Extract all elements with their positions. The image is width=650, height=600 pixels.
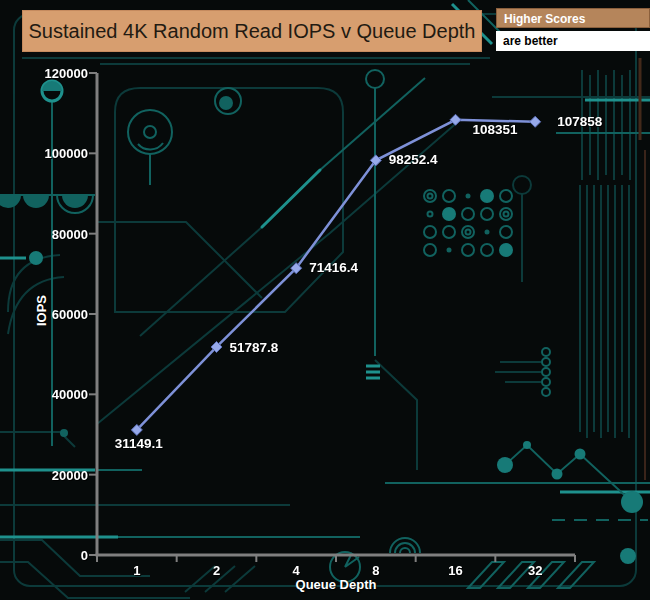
y-tick-label: 100000 <box>45 146 88 161</box>
y-tick-label: 0 <box>81 548 88 563</box>
data-point-label: 107858 <box>557 114 603 129</box>
x-tick-label: 8 <box>372 563 379 578</box>
data-point-label: 71416.4 <box>309 260 358 275</box>
data-point-label: 108351 <box>473 122 519 137</box>
y-tick-label: 120000 <box>45 66 88 81</box>
y-tick-label: 20000 <box>52 468 88 483</box>
y-tick-label: 40000 <box>52 387 88 402</box>
legend-higher-scores: Higher Scores <box>496 8 650 28</box>
y-tick-label: 80000 <box>52 227 88 242</box>
data-point-label: 98252.4 <box>389 152 438 167</box>
chart-title: Sustained 4K Random Read IOPS v Queue De… <box>22 10 482 52</box>
data-point-label: 51787.8 <box>230 340 279 355</box>
legend-are-better: are better <box>496 31 650 51</box>
iops-line-chart: 0200004000060000800001000001200001248163… <box>0 0 650 600</box>
x-tick-label: 4 <box>293 563 301 578</box>
benchmark-chart-screenshot: 0200004000060000800001000001200001248163… <box>0 0 650 600</box>
y-tick-label: 60000 <box>52 307 88 322</box>
data-series: 31149.151787.871416.498252.4108351107858 <box>115 114 603 451</box>
x-tick-label: 2 <box>213 563 220 578</box>
y-axis-title: IOPS <box>34 286 49 336</box>
data-point-label: 31149.1 <box>115 436 164 451</box>
x-tick-label: 32 <box>528 563 542 578</box>
x-axis-title: Queue Depth <box>236 577 436 592</box>
x-tick-label: 16 <box>448 563 462 578</box>
x-tick-label: 1 <box>133 563 140 578</box>
axis-ticks: 0200004000060000800001000001200001248163… <box>45 66 575 578</box>
data-point-marker <box>450 114 461 125</box>
data-point-marker <box>530 116 541 127</box>
